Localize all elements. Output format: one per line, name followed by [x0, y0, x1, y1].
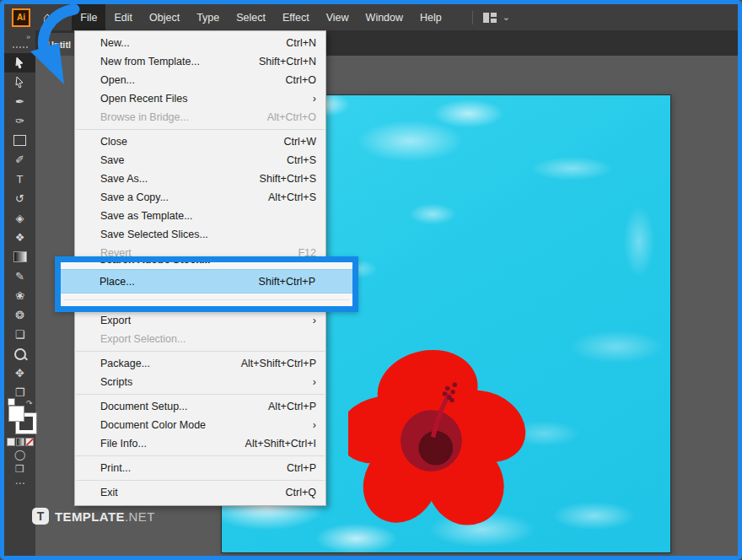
menu-item-save-as[interactable]: Save As...Shift+Ctrl+S	[75, 170, 325, 188]
covered-menu-item: Search Adobe Stock...	[61, 262, 352, 269]
menu-item-save-as-template[interactable]: Save as Template...	[75, 207, 325, 225]
toolbar-tools: ✒✑✐T↺◈❖✎❀❂❏✥❐	[4, 53, 35, 402]
artboard-tool[interactable]: ❏	[4, 325, 35, 344]
menu-item-label: Save	[100, 154, 287, 166]
menu-shortcut: Ctrl+S	[287, 154, 316, 166]
menu-shortcut: Shift+Ctrl+N	[259, 56, 316, 67]
menu-shortcut: Ctrl+N	[286, 37, 316, 49]
menu-item-label: New from Template...	[100, 56, 259, 67]
menu-shortcut: Alt+Ctrl+O	[267, 111, 316, 123]
menu-item-label: File Info...	[100, 438, 245, 450]
eraser-tool[interactable]: ◈	[4, 208, 35, 228]
zoom-tool[interactable]	[4, 344, 35, 363]
chevron-down-icon[interactable]: ⌄	[503, 12, 510, 23]
menu-item-exit[interactable]: ExitCtrl+Q	[75, 483, 325, 502]
eyedropper-tool[interactable]: ✎	[4, 267, 35, 286]
color-none-icon[interactable]	[25, 438, 34, 446]
menu-shortcut: Alt+Shift+Ctrl+P	[241, 358, 316, 369]
tutorial-arrow	[25, 3, 91, 94]
menu-item-label: Export	[100, 315, 313, 326]
menu-shortcut: Ctrl+Q	[286, 487, 316, 498]
menu-item-save-selected-slices[interactable]: Save Selected Slices...	[75, 225, 325, 244]
color-gradient-icon[interactable]	[16, 438, 24, 446]
menu-item-label: Browse in Bridge...	[100, 111, 267, 123]
menu-item-label: Open Recent Files	[100, 93, 313, 105]
menu-item-export[interactable]: Export›	[75, 311, 325, 330]
menu-item-scripts[interactable]: Scripts›	[75, 373, 325, 391]
watermark-brand-text: TEMPLATE	[55, 509, 125, 524]
menu-item-close[interactable]: CloseCtrl+W	[75, 132, 325, 151]
type-tool[interactable]: T	[4, 170, 35, 189]
menu-shortcut: Shift+Ctrl+S	[260, 173, 316, 185]
menu-item-package[interactable]: Package...Alt+Shift+Ctrl+P	[75, 354, 325, 373]
menu-item-document-color-mode[interactable]: Document Color Mode›	[75, 416, 325, 434]
screen-mode-icon[interactable]: ❒	[15, 463, 24, 475]
place-shortcut: Shift+Ctrl+P	[259, 276, 315, 288]
menubar-item-effect[interactable]: Effect	[274, 4, 318, 30]
shape-builder-tool[interactable]: ❖	[4, 228, 35, 247]
hibiscus-flower-image	[348, 347, 529, 532]
workspace-switcher-icon[interactable]	[483, 13, 497, 23]
gradient-swatch-icon	[13, 251, 27, 262]
place-highlight-box: Search Adobe Stock... Place... Shift+Ctr…	[55, 256, 358, 312]
rectangle-tool[interactable]	[4, 131, 35, 150]
paintbrush-tool[interactable]: ✐	[4, 150, 35, 170]
menu-item-open-recent-files[interactable]: Open Recent Files›	[75, 89, 325, 108]
default-colors-icon[interactable]	[8, 398, 15, 406]
menu-separator	[75, 348, 325, 354]
curvature-tool[interactable]: ✑	[4, 111, 35, 131]
menu-item-file-info[interactable]: File Info...Alt+Shift+Ctrl+I	[75, 434, 325, 453]
fill-stroke-indicator: ↷	[8, 406, 33, 434]
menu-item-document-setup[interactable]: Document Setup...Alt+Ctrl+P	[75, 397, 325, 416]
gradient-tool[interactable]	[4, 247, 35, 267]
menu-item-open[interactable]: Open...Ctrl+O	[75, 71, 325, 89]
place-label: Place...	[99, 276, 259, 288]
menu-item-browse-in-bridge[interactable]: Browse in Bridge...Alt+Ctrl+O	[75, 108, 325, 127]
menubar-item-select[interactable]: Select	[228, 4, 274, 30]
template-net-logo-icon: T	[32, 508, 49, 525]
menu-item-new-from-template[interactable]: New from Template...Shift+Ctrl+N	[75, 52, 325, 71]
menubar-item-window[interactable]: Window	[358, 4, 411, 30]
submenu-arrow-icon: ›	[313, 419, 316, 431]
menu-item-label: Close	[100, 136, 283, 148]
cursor-arrow-icon	[14, 57, 25, 69]
magnifier-icon	[14, 348, 26, 360]
swap-colors-icon[interactable]: ↷	[26, 399, 33, 407]
menu-item-print[interactable]: Print...Ctrl+P	[75, 459, 325, 477]
menu-shortcut: Alt+Ctrl+P	[268, 401, 316, 412]
menu-item-label: Exit	[100, 487, 286, 498]
menu-item-new[interactable]: New...Ctrl+N	[75, 34, 325, 52]
menu-item-label: Package...	[100, 358, 241, 369]
menu-item-label: Save Selected Slices...	[100, 229, 316, 240]
menubar-item-object[interactable]: Object	[141, 4, 188, 30]
rotate-tool[interactable]: ↺	[4, 189, 35, 208]
menu-item-save[interactable]: SaveCtrl+S	[75, 151, 325, 170]
menu-shortcut: Ctrl+W	[283, 136, 316, 148]
template-net-watermark: T TEMPLATE .NET	[32, 508, 155, 525]
fill-color-swatch[interactable]	[8, 406, 24, 422]
watermark-brand-suffix: .NET	[125, 509, 155, 524]
menu-shortcut: Alt+Shift+Ctrl+I	[245, 438, 316, 450]
draw-mode-icon[interactable]: ◯	[14, 449, 25, 460]
menubar-item-help[interactable]: Help	[411, 4, 450, 30]
color-fill-icon[interactable]	[7, 438, 15, 446]
blend-tool[interactable]: ❀	[4, 286, 35, 305]
color-mode-buttons	[7, 438, 34, 446]
menubar-item-view[interactable]: View	[318, 4, 358, 30]
menu-item-label: Open...	[100, 74, 286, 86]
menubar-item-type[interactable]: Type	[188, 4, 228, 30]
menu-separator	[61, 293, 352, 306]
menubar-right: ⌄	[462, 11, 510, 24]
menu-item-label: Save As...	[100, 173, 260, 185]
menu-item-save-a-copy[interactable]: Save a Copy...Alt+Ctrl+S	[75, 188, 325, 207]
menu-item-place[interactable]: Place... Shift+Ctrl+P	[61, 269, 352, 293]
menu-item-label: Save as Template...	[100, 210, 316, 222]
symbol-sprayer-tool[interactable]: ❂	[4, 305, 35, 325]
pen-tool[interactable]: ✒	[4, 92, 35, 111]
menu-item-export-selection[interactable]: Export Selection...	[75, 330, 325, 348]
menubar-item-edit[interactable]: Edit	[105, 4, 141, 30]
more-tools-icon[interactable]: ⋯	[15, 477, 25, 489]
tools-panel: » ✒✑✐T↺◈❖✎❀❂❏✥❐ ↷ ◯ ❒ ⋯	[4, 30, 35, 556]
menubar-divider	[472, 11, 473, 24]
hand-tool[interactable]: ✥	[4, 363, 35, 383]
